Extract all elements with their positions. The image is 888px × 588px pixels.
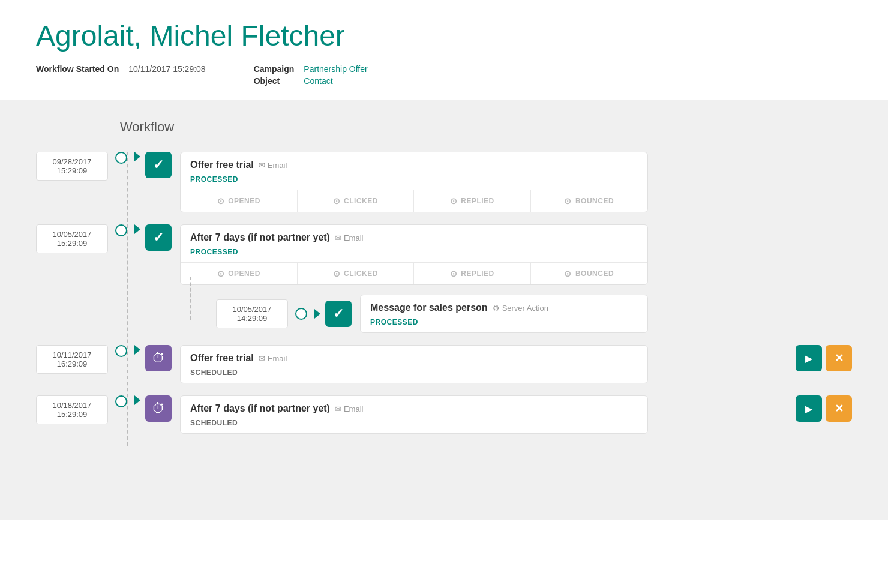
card-header: Offer free trial ✉ Email: [181, 346, 647, 368]
page-title: Agrolait, Michel Fletcher: [36, 19, 852, 52]
workflow-section: Workflow 09/28/2017 15:29:09 ✓ Offer fre…: [0, 100, 888, 520]
status-check-icon: ✓: [325, 301, 352, 327]
card-type-server: ⚙ Server Action: [493, 304, 548, 313]
timeline-item: 09/28/2017 15:29:09 ✓ Offer free trial ✉…: [36, 152, 852, 212]
check-circle-icon: ⊙: [217, 196, 225, 206]
workflow-card: Offer free trial ✉ Email SCHEDULED: [180, 345, 648, 383]
card-header: After 7 days (if not partner yet) ✉ Emai…: [181, 225, 647, 248]
footer-opened: ⊙ OPENED: [181, 190, 298, 212]
status-badge: PROCESSED: [181, 175, 647, 190]
arrow-icon: [134, 395, 140, 405]
footer-clicked: ⊙ CLICKED: [298, 190, 415, 212]
meta-row: Workflow Started On 10/11/2017 15:29:08 …: [36, 64, 852, 86]
object-label: Object: [254, 76, 295, 86]
workflow-card: After 7 days (if not partner yet) ✉ Emai…: [180, 224, 648, 285]
card-footer: ⊙ OPENED ⊙ CLICKED ⊙ REPLIED ⊙: [181, 262, 647, 284]
timeline-item: 10/11/2017 16:29:09 ⏱ Offer free trial ✉…: [36, 345, 852, 383]
workflow-started-value: 10/11/2017 15:29:08: [128, 64, 205, 74]
email-icon: ✉: [259, 354, 265, 363]
check-circle-icon-3: ⊙: [450, 196, 458, 206]
check-circle-icon-2: ⊙: [333, 196, 341, 206]
footer-clicked: ⊙ CLICKED: [298, 263, 415, 284]
workflow-started-label: Workflow Started On: [36, 64, 119, 74]
timestamp-line1: 10/18/2017: [43, 401, 101, 410]
footer-bounced: ⊙ BOUNCED: [531, 190, 648, 212]
footer-bounced: ⊙ BOUNCED: [531, 263, 648, 284]
campaign-link[interactable]: Partnership Offer: [304, 64, 367, 74]
arrow-icon: [134, 345, 140, 355]
card-type: ✉ Email: [259, 161, 287, 170]
timestamp-box: 10/05/2017 15:29:09: [36, 224, 108, 253]
timestamp-line1: 10/05/2017: [223, 305, 281, 314]
timestamp-box: 10/05/2017 14:29:09: [216, 299, 288, 328]
timestamp-line2: 15:29:09: [43, 410, 101, 419]
run-button[interactable]: ▶: [796, 345, 822, 371]
card-title: Offer free trial: [190, 353, 254, 364]
timeline-item: 10/18/2017 15:29:09 ⏱ After 7 days (if n…: [36, 395, 852, 434]
check-circle-icon: ⊙: [217, 269, 225, 278]
gear-icon: ⚙: [493, 304, 500, 313]
card-header: Message for sales person ⚙ Server Action: [361, 295, 647, 318]
card-title: Message for sales person: [370, 302, 488, 313]
arrow-icon: [134, 152, 140, 161]
card-title: Offer free trial: [190, 160, 254, 170]
email-icon: ✉: [259, 161, 265, 170]
workflow-card: Offer free trial ✉ Email PROCESSED ⊙ OPE…: [180, 152, 648, 212]
timestamp-box: 10/18/2017 15:29:09: [36, 395, 108, 424]
timestamp-line1: 10/05/2017: [43, 230, 101, 239]
footer-opened: ⊙ OPENED: [181, 263, 298, 284]
timestamp-line1: 10/11/2017: [43, 350, 101, 359]
card-footer: ⊙ OPENED ⊙ CLICKED ⊙ REPLIED ⊙ BOUNCED: [181, 190, 647, 212]
workflow-card-nested: Message for sales person ⚙ Server Action…: [360, 295, 648, 333]
status-badge: SCHEDULED: [181, 419, 647, 433]
timestamp-box: 10/11/2017 16:29:09: [36, 345, 108, 374]
timeline-dot: [295, 308, 307, 320]
status-check-icon: ✓: [145, 152, 172, 178]
action-buttons: ▶ ✕: [796, 395, 852, 422]
timestamp-line2: 14:29:09: [223, 314, 281, 323]
cancel-button[interactable]: ✕: [826, 345, 852, 371]
workflow-started: Workflow Started On 10/11/2017 15:29:08: [36, 64, 206, 74]
card-title: After 7 days (if not partner yet): [190, 232, 330, 243]
status-badge: SCHEDULED: [181, 368, 647, 383]
timeline: 09/28/2017 15:29:09 ✓ Offer free trial ✉…: [36, 152, 852, 446]
card-title: After 7 days (if not partner yet): [190, 403, 330, 414]
cancel-button[interactable]: ✕: [826, 395, 852, 422]
card-header: After 7 days (if not partner yet) ✉ Emai…: [181, 396, 647, 419]
check-circle-icon-4: ⊙: [564, 196, 572, 206]
campaign-label: Campaign: [254, 64, 295, 74]
status-badge: PROCESSED: [361, 318, 647, 332]
timestamp-line2: 15:29:09: [43, 239, 101, 248]
card-type: ✉ Email: [335, 233, 364, 242]
card-header: Offer free trial ✉ Email: [181, 152, 647, 175]
arrow-icon: [314, 309, 320, 319]
card-type: ✉ Email: [259, 354, 287, 363]
workflow-card: After 7 days (if not partner yet) ✉ Emai…: [180, 395, 648, 434]
email-icon: ✉: [335, 404, 341, 413]
timestamp-line2: 16:29:09: [43, 359, 101, 368]
check-circle-icon-2: ⊙: [333, 269, 341, 278]
timeline-item: 10/05/2017 15:29:09 ✓ After 7 days (if n…: [36, 224, 852, 333]
timeline-dot: [115, 224, 127, 236]
timeline-dot: [115, 152, 127, 164]
status-check-icon: ✓: [145, 224, 172, 251]
check-circle-icon-4: ⊙: [564, 269, 572, 278]
action-buttons: ▶ ✕: [796, 345, 852, 371]
campaign-info: Campaign Partnership Offer Object Contac…: [254, 64, 368, 86]
status-clock-icon: ⏱: [145, 395, 172, 422]
run-button[interactable]: ▶: [796, 395, 822, 422]
footer-replied: ⊙ REPLIED: [414, 190, 531, 212]
page-header: Agrolait, Michel Fletcher Workflow Start…: [0, 0, 888, 100]
email-icon: ✉: [335, 233, 341, 242]
object-link[interactable]: Contact: [304, 76, 367, 86]
check-circle-icon-3: ⊙: [450, 269, 458, 278]
timeline-dot: [115, 345, 127, 357]
status-clock-icon: ⏱: [145, 345, 172, 371]
status-badge: PROCESSED: [181, 248, 647, 262]
workflow-title: Workflow: [120, 119, 852, 135]
nested-timeline-item: 10/05/2017 14:29:09 ✓ Message for sales …: [216, 295, 648, 333]
footer-replied: ⊙ REPLIED: [414, 263, 531, 284]
timeline-dot: [115, 395, 127, 407]
timestamp-line1: 09/28/2017: [43, 157, 101, 166]
arrow-icon: [134, 224, 140, 234]
